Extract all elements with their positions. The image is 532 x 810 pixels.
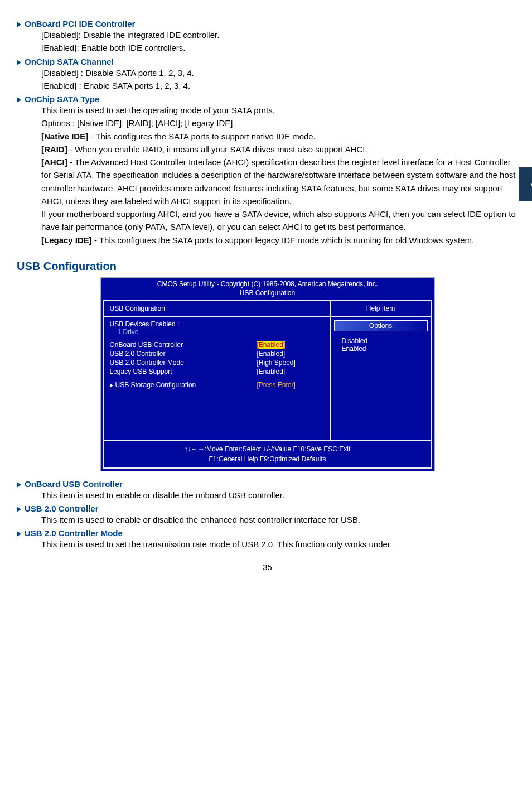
bios-body: USB Configuration USB Devices Enabled : …	[103, 300, 432, 441]
section-heading: OnChip SATA Channel	[17, 57, 518, 66]
bios-options-box: Options	[334, 320, 428, 331]
highlighted-value: [Enabled]	[257, 341, 286, 349]
bios-row[interactable]: USB 2.0 Controller[Enabled]	[110, 349, 324, 358]
body-rest: - This configures the SATA ports to supp…	[92, 235, 474, 245]
section-heading: OnBoard PCI IDE Controller	[17, 19, 518, 28]
section-heading: OnBoard USB Controller	[17, 479, 518, 489]
bios-row-value: [Enabled]	[257, 350, 324, 358]
bios-options-list: Disabled Enabled	[331, 335, 431, 358]
body-rest: - When you enable RAID, it means all you…	[67, 144, 367, 154]
page-tab-number: 3	[519, 182, 532, 187]
body-line: [RAID] - When you enable RAID, it means …	[41, 143, 518, 156]
bios-row[interactable]: OnBoard USB Controller[Enabled]	[110, 340, 324, 349]
submenu-arrow-icon	[110, 383, 113, 388]
bios-footer-line: ↑↓←→:Move Enter:Select +/-/:Value F10:Sa…	[107, 444, 429, 454]
bios-row-value: [Enabled]	[257, 368, 324, 375]
page-number: 35	[17, 562, 518, 572]
arrow-icon	[17, 507, 21, 512]
section-title: OnBoard PCI IDE Controller	[25, 19, 135, 28]
bios-left-panel: USB Configuration USB Devices Enabled : …	[104, 301, 331, 440]
body-rest: - The Advanced Host Controller Interface…	[41, 157, 515, 206]
arrow-icon	[17, 531, 21, 537]
bios-row[interactable]: USB 2.0 Controller Mode[High Speed]	[110, 358, 324, 367]
bios-devices-label: USB Devices Enabled :	[110, 320, 324, 328]
page-side-tab: 3	[519, 167, 532, 201]
bios-options-header: Options	[335, 321, 427, 331]
section-heading: USB 2.0 Controller Mode	[17, 528, 518, 538]
section-title: OnChip SATA Channel	[25, 57, 114, 66]
section-heading: OnChip SATA Type	[17, 94, 518, 104]
bios-row-label: Legacy USB Support	[110, 368, 257, 375]
bios-right-header: Help Item	[331, 301, 431, 317]
bios-right-panel: Help Item Options Disabled Enabled	[331, 301, 431, 440]
body-line: Options : [Native IDE]; [RAID]; [AHCI]; …	[41, 117, 518, 129]
bios-option[interactable]: Disabled	[342, 337, 420, 345]
body-line: This item is used to enable or disable t…	[41, 489, 518, 502]
bios-left-header: USB Configuration	[104, 301, 330, 317]
bios-footer-line: F1:General Help F9:Optimized Defaults	[107, 454, 429, 464]
bios-devices-value: 1 Drive	[110, 328, 324, 336]
usb-config-heading: USB Configuration	[17, 260, 518, 273]
arrow-icon	[17, 60, 21, 65]
arrow-icon	[17, 97, 21, 103]
bios-row-label: OnBoard USB Controller	[110, 341, 257, 349]
section-title: USB 2.0 Controller Mode	[25, 528, 123, 538]
section-title: OnBoard USB Controller	[25, 479, 123, 489]
body-line: If your motherboard supporting AHCI, and…	[41, 208, 518, 234]
bios-title: CMOS Setup Utility - Copyright (C) 1985-…	[101, 278, 434, 289]
body-line: [Enabled] : Enable SATA ports 1, 2, 3, 4…	[41, 79, 518, 92]
bios-row-value: [High Speed]	[257, 359, 324, 367]
bold-label: [Legacy IDE]	[41, 235, 92, 245]
bold-label: [Native IDE]	[41, 132, 88, 141]
body-line: [AHCI] - The Advanced Host Controller In…	[41, 156, 518, 208]
section-title: OnChip SATA Type	[25, 94, 99, 104]
body-line: [Enabled]: Enable both IDE controllers.	[41, 41, 518, 54]
bios-option[interactable]: Enabled	[342, 345, 420, 353]
bios-row[interactable]: Legacy USB Support[Enabled]	[110, 367, 324, 376]
arrow-icon	[17, 22, 21, 27]
bios-screenshot: CMOS Setup Utility - Copyright (C) 1985-…	[100, 277, 435, 471]
body-line: [Disabled] : Disable SATA ports 1, 2, 3,…	[41, 66, 518, 79]
body-line: [Native IDE] - This configures the SATA …	[41, 130, 518, 143]
bios-submenu-row[interactable]: USB Storage Configuration[Press Enter]	[110, 380, 324, 389]
body-line: This item is used to set the transmissio…	[41, 538, 518, 551]
section-title: USB 2.0 Controller	[25, 504, 99, 513]
bios-submenu-value: [Press Enter]	[257, 381, 324, 389]
section-heading: USB 2.0 Controller	[17, 504, 518, 513]
body-line: This item is used to set the operating m…	[41, 104, 518, 117]
bios-rows: USB Devices Enabled : 1 Drive OnBoard US…	[104, 317, 330, 440]
bold-label: [AHCI]	[41, 157, 67, 167]
body-line: [Disabled]: Disable the integrated IDE c…	[41, 28, 518, 41]
body-line: This item is used to enable or disabled …	[41, 513, 518, 526]
bios-footer: ↑↓←→:Move Enter:Select +/-/:Value F10:Sa…	[103, 441, 432, 469]
bios-row-label: USB 2.0 Controller Mode	[110, 359, 257, 367]
bios-subtitle: USB Configuration	[101, 289, 434, 300]
body-rest: - This configures the SATA ports to supp…	[88, 132, 316, 141]
arrow-icon	[17, 482, 21, 488]
body-line: [Legacy IDE] - This configures the SATA …	[41, 234, 518, 247]
bios-row-value: [Enabled]	[257, 341, 324, 349]
bold-label: [RAID]	[41, 144, 67, 154]
bios-submenu-label: USB Storage Configuration	[110, 381, 257, 389]
bios-row-label: USB 2.0 Controller	[110, 350, 257, 358]
